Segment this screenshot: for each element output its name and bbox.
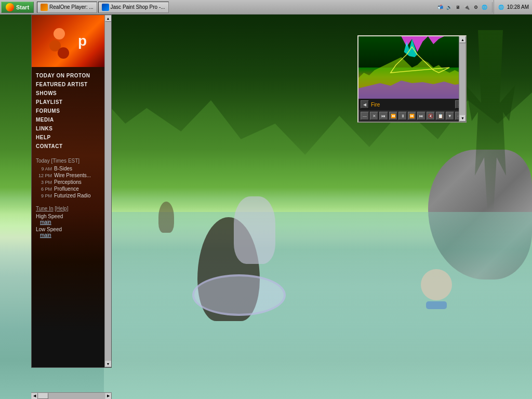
scroll-left-button[interactable]: ◀ xyxy=(31,393,38,400)
h-scroll-track xyxy=(38,393,105,399)
logo-dots xyxy=(49,25,75,57)
proton-sidebar: p TODAY ON PROTON FEATURED ARTIST SHOWS … xyxy=(31,15,112,368)
scroll-right-button[interactable]: ▶ xyxy=(105,393,112,400)
scroll-track xyxy=(105,22,111,361)
show-3[interactable]: Profluence xyxy=(54,186,79,192)
lowspeed-label: Low Speed xyxy=(36,227,100,232)
rp-scroll-track xyxy=(459,43,466,115)
forward-button[interactable]: ⏸ xyxy=(398,112,407,120)
tunein-title-text: Tune In xyxy=(36,206,54,211)
ff-button[interactable]: ⏭ xyxy=(417,112,425,120)
eject-button[interactable]: 📋 xyxy=(436,112,444,120)
nav-shows[interactable]: SHOWS xyxy=(36,89,100,98)
show-4[interactable]: Futurized Radio xyxy=(54,193,91,198)
distant-figures xyxy=(145,202,187,254)
track-name: Fire xyxy=(371,102,453,108)
nav-links[interactable]: LINKS xyxy=(36,124,100,133)
snorkel-person xyxy=(410,269,462,311)
start-button[interactable]: Start xyxy=(1,2,34,13)
realplayer-icon xyxy=(41,4,48,11)
realplayer-window: ◀ Fire ⌄ — ✕ ⏮ ⏪ ⏸ ⏩ ⏭ 🔇 📋 ▼ ⋯ ▲ ▼ xyxy=(357,35,467,123)
schedule-row-3: 6 PM Profluence xyxy=(36,186,100,192)
pause-button[interactable]: ⏪ xyxy=(389,112,397,120)
time-2: 3 PM xyxy=(36,180,54,185)
highspeed-label: High Speed xyxy=(36,214,100,219)
lowspeed-link[interactable]: main xyxy=(36,232,100,238)
paintshop-icon xyxy=(102,4,109,11)
sidebar-content: p TODAY ON PROTON FEATURED ARTIST SHOWS … xyxy=(32,15,104,367)
show-0[interactable]: B-Sides xyxy=(54,166,72,171)
next-button[interactable]: ⏩ xyxy=(408,112,416,120)
tunein-title: Tune In [Help] xyxy=(36,206,100,211)
nav-contact[interactable]: CONTACT xyxy=(36,142,100,151)
nav-playlist[interactable]: PLAYLIST xyxy=(36,98,100,107)
tray-icon-3[interactable]: 🖥 xyxy=(454,3,462,11)
windows-logo-icon xyxy=(6,3,14,11)
nav-help[interactable]: HELP xyxy=(36,133,100,142)
time-1: 12 PM xyxy=(36,173,54,178)
time-3: 6 PM xyxy=(36,187,54,192)
taskbar-app-paintshop[interactable]: Jasc Paint Shop Pro -... xyxy=(98,2,169,13)
logo-dot-bot xyxy=(58,47,69,59)
schedule-row-4: 9 PM Futurized Radio xyxy=(36,193,100,198)
schedule-row-2: 3 PM Perceptions xyxy=(36,179,100,185)
schedule-section: Today [Times EST] 9 AM B-Sides 12 PM Wir… xyxy=(32,155,104,203)
realplayer-scrollbar[interactable]: ▲ ▼ xyxy=(459,36,466,122)
taskbar-app-realplayer[interactable]: RealOne Player: ... xyxy=(37,2,97,13)
desktop: p TODAY ON PROTON FEATURED ARTIST SHOWS … xyxy=(0,15,532,399)
nav-section: TODAY ON PROTON FEATURED ARTIST SHOWS PL… xyxy=(32,67,104,155)
show-2[interactable]: Perceptions xyxy=(54,179,82,185)
play-button[interactable]: ⏮ xyxy=(379,112,388,120)
menu-button[interactable]: ▼ xyxy=(446,112,454,120)
sidebar-scrollbar[interactable]: ▲ ▼ xyxy=(104,15,111,367)
tunein-help[interactable]: [Help] xyxy=(55,206,68,211)
nav-media[interactable]: MEDIA xyxy=(36,115,100,124)
mute-button[interactable]: 🔇 xyxy=(427,112,435,120)
scroll-down-button[interactable]: ▼ xyxy=(105,361,112,367)
rp-scroll-up[interactable]: ▲ xyxy=(459,36,466,43)
clock: 10:28 AM xyxy=(507,4,529,10)
realplayer-statusbar: ◀ Fire ⌄ xyxy=(358,99,466,110)
h-scroll-thumb[interactable] xyxy=(38,393,48,399)
tray-icon-4[interactable]: 🔌 xyxy=(463,3,471,11)
realplayer-visualization xyxy=(358,36,466,99)
tray-icon-1[interactable]: 📬 xyxy=(436,3,445,11)
schedule-row-0: 9 AM B-Sides xyxy=(36,166,100,171)
logo-dot-top xyxy=(54,28,65,39)
schedule-title: Today [Times EST] xyxy=(36,158,100,164)
schedule-row-1: 12 PM Wire Presents... xyxy=(36,172,100,178)
rewind-button[interactable]: ✕ xyxy=(370,112,378,120)
rp-scroll-down[interactable]: ▼ xyxy=(459,115,466,122)
horizontal-scrollbar[interactable]: ◀ ▶ xyxy=(31,392,112,399)
time-0: 9 AM xyxy=(36,166,54,171)
scroll-up-button[interactable]: ▲ xyxy=(105,15,112,22)
taskbar-sep xyxy=(492,2,493,12)
schedule-subtitle: [Times EST] xyxy=(51,158,79,164)
tray-icon-2[interactable]: 🔊 xyxy=(445,3,454,11)
schedule-title-text: Today xyxy=(36,158,50,164)
time-4: 9 PM xyxy=(36,193,54,198)
realplayer-controls: — ✕ ⏮ ⏪ ⏸ ⏩ ⏭ 🔇 📋 ▼ ⋯ xyxy=(358,110,466,122)
stop-button[interactable]: — xyxy=(361,112,369,120)
app-label: Jasc Paint Shop Pro -... xyxy=(111,4,165,10)
people-scene xyxy=(187,191,332,368)
logo-text: p xyxy=(78,33,87,49)
nav-forums[interactable]: FORUMS xyxy=(36,107,100,115)
nav-today[interactable]: TODAY ON PROTON xyxy=(36,71,100,80)
tray-icon-5[interactable]: ⚙ xyxy=(472,3,480,11)
start-label: Start xyxy=(16,4,29,10)
nav-featured[interactable]: FEATURED ARTIST xyxy=(36,80,100,89)
show-1[interactable]: Wire Presents... xyxy=(54,172,91,178)
taskbar: Start RealOne Player: ... Jasc Paint Sho… xyxy=(0,0,532,15)
system-tray: 🌐 10:28 AM xyxy=(494,0,532,14)
prev-channel-button[interactable]: ◀ xyxy=(361,100,369,109)
network-icon[interactable]: 🌐 xyxy=(497,3,506,11)
logo-area: p xyxy=(32,15,104,67)
taskbar-apps: RealOne Player: ... Jasc Paint Shop Pro … xyxy=(35,2,434,13)
highspeed-link[interactable]: main xyxy=(36,219,100,225)
viz-svg xyxy=(358,36,466,99)
tray-icon-6[interactable]: 🌐 xyxy=(481,3,489,11)
tunein-section: Tune In [Help] High Speed main Low Speed… xyxy=(32,203,104,241)
app-label: RealOne Player: ... xyxy=(49,4,93,10)
